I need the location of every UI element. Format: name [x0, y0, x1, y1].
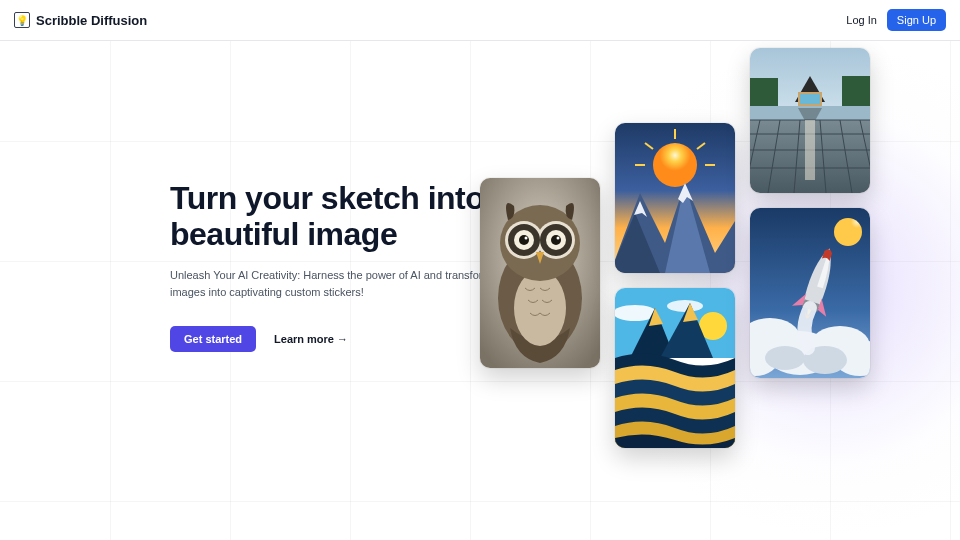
get-started-button[interactable]: Get started [170, 326, 256, 352]
svg-rect-26 [750, 78, 778, 110]
hero-title-line2: beautiful image [170, 216, 397, 252]
brand[interactable]: 💡 Scribble Diffusion [14, 12, 147, 28]
svg-point-44 [834, 218, 862, 246]
svg-rect-42 [805, 120, 815, 180]
gallery-card-waves [615, 288, 735, 448]
learn-more-link[interactable]: Learn more → [274, 333, 348, 345]
svg-point-11 [551, 235, 561, 245]
lake-cabin-icon [750, 48, 870, 193]
gallery-card-rocket [750, 208, 870, 378]
svg-point-13 [557, 237, 560, 240]
hero-title-line1: Turn your sketch into [170, 180, 484, 216]
svg-rect-27 [842, 76, 870, 110]
gallery-card-cabin [750, 48, 870, 193]
nav-auth: Log In Sign Up [846, 9, 946, 31]
svg-point-23 [667, 300, 703, 312]
gallery-card-sunset [615, 123, 735, 273]
svg-point-2 [514, 270, 566, 346]
brand-logo-icon: 💡 [14, 12, 30, 28]
svg-point-15 [653, 143, 697, 187]
brand-name: Scribble Diffusion [36, 13, 147, 28]
signup-button[interactable]: Sign Up [887, 9, 946, 31]
login-link[interactable]: Log In [846, 14, 877, 26]
svg-point-12 [525, 237, 528, 240]
mountain-sunset-icon [615, 123, 735, 273]
gallery-card-owl [480, 178, 600, 368]
abstract-waves-icon [615, 288, 735, 448]
hero-gallery [480, 48, 900, 488]
rocket-launch-icon [750, 208, 870, 378]
svg-point-50 [765, 346, 805, 370]
site-header: 💡 Scribble Diffusion Log In Sign Up [0, 0, 960, 41]
owl-illustration-icon [480, 178, 600, 368]
svg-rect-30 [800, 94, 820, 104]
svg-point-10 [519, 235, 529, 245]
